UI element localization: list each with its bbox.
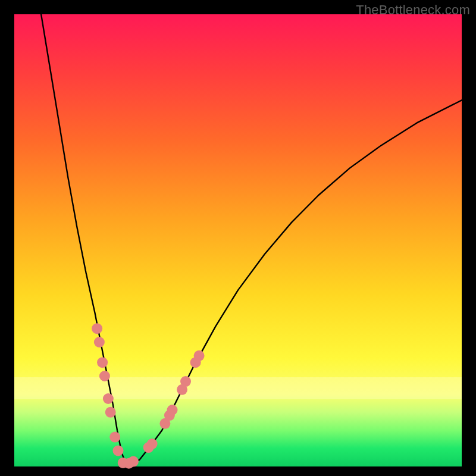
marker-dot (167, 405, 178, 415)
marker-dot (103, 393, 114, 404)
marker-dot (128, 456, 139, 467)
marker-group (92, 323, 205, 469)
marker-dot (94, 337, 105, 347)
marker-dot (99, 371, 110, 381)
marker-dot (109, 432, 120, 443)
marker-dot (92, 323, 102, 334)
marker-dot (147, 439, 158, 449)
marker-dot (194, 350, 205, 361)
marker-dot (113, 445, 124, 456)
chart-svg (14, 14, 462, 466)
marker-dot (105, 407, 116, 418)
marker-dot (180, 376, 191, 387)
marker-dot (97, 357, 108, 368)
